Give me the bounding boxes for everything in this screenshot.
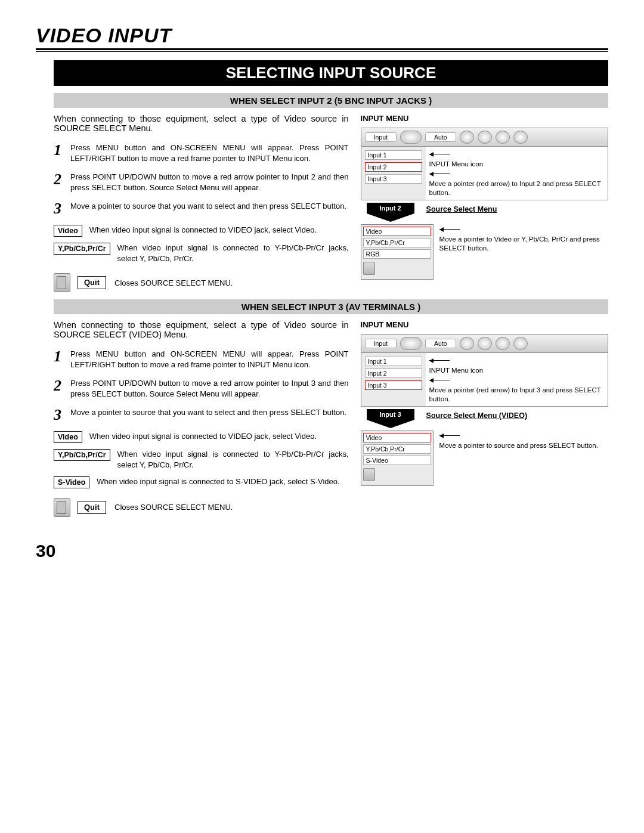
menu-item-input1: Input 1 bbox=[365, 357, 422, 366]
note-text: Move a pointer (red arrow) to Input 3 an… bbox=[429, 386, 604, 404]
arrow-pointer-icon bbox=[439, 432, 608, 440]
source-select-menu: Video Y,Pb/Cb,Pr/Cr RGB bbox=[361, 224, 434, 280]
menu-icon bbox=[478, 131, 492, 144]
term-video: Video When video input signal is connect… bbox=[54, 431, 349, 443]
source-note: Move a pointer to Video or Y, Pb/Cb, Pr/… bbox=[439, 235, 608, 253]
down-arrow-label: Input 3 bbox=[367, 409, 414, 420]
term-text: When video input signal is connected to … bbox=[117, 449, 349, 470]
down-arrow-label: Input 2 bbox=[367, 203, 414, 213]
menu-icon bbox=[513, 337, 528, 350]
src-item-ypbcb: Y,Pb/Cb,Pr/Cr bbox=[363, 238, 431, 247]
menu-icon bbox=[400, 131, 422, 144]
input-menu-screenshot: Input Auto Input 1 Input 2 Input 3 INPUT… bbox=[361, 334, 608, 407]
term-text: When video input signal is connected to … bbox=[117, 243, 349, 264]
source-note: Move a pointer to source and press SELEC… bbox=[439, 441, 608, 451]
menu-tab-input: Input bbox=[365, 339, 397, 348]
section-input2: When connecting to those equipment, sele… bbox=[54, 114, 608, 292]
note-text: INPUT Menu icon bbox=[429, 160, 604, 169]
src-item-ypbcb: Y,Pb/Cb,Pr/Cr bbox=[363, 444, 431, 454]
menu-item-input3: Input 3 bbox=[365, 174, 422, 184]
arrow-pointer-icon bbox=[439, 225, 608, 234]
door-icon bbox=[54, 273, 70, 292]
quit-label: Quit bbox=[78, 276, 106, 289]
src-item-svideo: S-Video bbox=[363, 456, 431, 465]
subheader-input3: WHEN SELECT INPUT 3 (AV TERMINALS ) bbox=[54, 299, 608, 314]
door-icon bbox=[363, 262, 375, 275]
menu-item-input2: Input 2 bbox=[365, 162, 422, 172]
quit-text: Closes SOURCE SELECT MENU. bbox=[114, 278, 349, 289]
quit-row: Quit Closes SOURCE SELECT MENU. bbox=[54, 498, 349, 517]
step-number: 2 bbox=[54, 172, 70, 193]
quit-label: Quit bbox=[78, 501, 106, 514]
step-text: Press POINT UP/DOWN button to move a red… bbox=[70, 378, 349, 399]
quit-text: Closes SOURCE SELECT MENU. bbox=[114, 502, 349, 513]
step-2: 2 Press POINT UP/DOWN button to move a r… bbox=[54, 172, 349, 193]
intro-text: When connecting to those equipment, sele… bbox=[54, 320, 349, 339]
down-arrow-triangle-icon bbox=[367, 420, 414, 428]
intro-text: When connecting to those equipment, sele… bbox=[54, 114, 349, 133]
step-text: Press MENU button and ON-SCREEN MENU wil… bbox=[70, 349, 349, 370]
term-label: Video bbox=[54, 431, 82, 443]
term-svideo: S-Video When video input signal is conne… bbox=[54, 476, 349, 488]
note-text: Move a pointer (red arrow) to Input 2 an… bbox=[429, 179, 604, 197]
step-number: 3 bbox=[54, 407, 70, 423]
page-title: VIDEO INPUT bbox=[36, 24, 608, 47]
page-number: 30 bbox=[36, 541, 608, 561]
src-item-video: Video bbox=[363, 433, 431, 442]
src-item-rgb: RGB bbox=[363, 249, 431, 259]
step-text: Press MENU button and ON-SCREEN MENU wil… bbox=[70, 143, 349, 163]
menu-tab-auto: Auto bbox=[425, 132, 456, 142]
src-item-video: Video bbox=[363, 227, 431, 236]
note-text: INPUT Menu icon bbox=[429, 366, 604, 375]
step-text: Press POINT UP/DOWN button to move a red… bbox=[70, 172, 349, 193]
menu-icon bbox=[513, 131, 528, 144]
step-3: 3 Move a pointer to source that you want… bbox=[54, 407, 349, 423]
divider-thin bbox=[36, 51, 608, 52]
input-menu-screenshot: Input Auto Input 1 Input 2 Input 3 INPUT… bbox=[361, 128, 608, 200]
subheader-input2: WHEN SELECT INPUT 2 (5 BNC INPUT JACKS ) bbox=[54, 93, 608, 108]
step-1: 1 Press MENU button and ON-SCREEN MENU w… bbox=[54, 143, 349, 163]
arrow-pointer-icon bbox=[429, 150, 604, 159]
source-select-menu: Video Y,Pb/Cb,Pr/Cr S-Video bbox=[361, 431, 434, 486]
right-title: INPUT MENU bbox=[361, 320, 608, 329]
section-banner: SELECTING INPUT SOURCE bbox=[54, 60, 608, 86]
section-input3: When connecting to those equipment, sele… bbox=[54, 320, 608, 516]
arrow-pointer-icon bbox=[429, 357, 604, 365]
door-icon bbox=[54, 498, 70, 517]
menu-item-input3: Input 3 bbox=[365, 380, 422, 390]
source-select-title: Source Select Menu bbox=[426, 205, 608, 213]
step-number: 1 bbox=[54, 349, 70, 370]
step-3: 3 Move a pointer to source that you want… bbox=[54, 201, 349, 216]
down-arrow-triangle-icon bbox=[367, 213, 414, 222]
step-text: Move a pointer to source that you want t… bbox=[70, 407, 346, 423]
menu-tab-auto: Auto bbox=[425, 339, 456, 348]
term-text: When video input signal is connected to … bbox=[89, 225, 349, 236]
step-number: 1 bbox=[54, 143, 70, 163]
door-icon bbox=[363, 468, 375, 481]
step-number: 2 bbox=[54, 378, 70, 399]
step-2: 2 Press POINT UP/DOWN button to move a r… bbox=[54, 378, 349, 399]
step-1: 1 Press MENU button and ON-SCREEN MENU w… bbox=[54, 349, 349, 370]
menu-icon bbox=[460, 337, 474, 350]
term-text: When video input signal is connected to … bbox=[97, 476, 348, 487]
down-arrow: Input 3 bbox=[367, 409, 414, 428]
step-number: 3 bbox=[54, 201, 70, 216]
term-video: Video When video input signal is connect… bbox=[54, 225, 349, 237]
menu-icon bbox=[400, 337, 422, 350]
menu-tab-input: Input bbox=[365, 132, 397, 142]
step-text: Move a pointer to source that you want t… bbox=[70, 201, 346, 216]
divider-thick bbox=[36, 48, 608, 50]
term-text: When video input signal is connected to … bbox=[89, 431, 349, 442]
term-label: S-Video bbox=[54, 476, 89, 488]
term-label: Y,Pb/Cb,Pr/Cr bbox=[54, 243, 110, 255]
menu-item-input1: Input 1 bbox=[365, 150, 422, 160]
menu-icon bbox=[460, 131, 474, 144]
down-arrow: Input 2 bbox=[367, 203, 414, 222]
term-ypbcb: Y,Pb/Cb,Pr/Cr When video input signal is… bbox=[54, 243, 349, 264]
term-label: Y,Pb/Cb,Pr/Cr bbox=[54, 449, 110, 461]
quit-row: Quit Closes SOURCE SELECT MENU. bbox=[54, 273, 349, 292]
term-ypbcb: Y,Pb/Cb,Pr/Cr When video input signal is… bbox=[54, 449, 349, 470]
right-title: INPUT MENU bbox=[361, 114, 608, 123]
menu-icon bbox=[496, 337, 510, 350]
source-select-title: Source Select Menu (VIDEO) bbox=[426, 411, 608, 420]
